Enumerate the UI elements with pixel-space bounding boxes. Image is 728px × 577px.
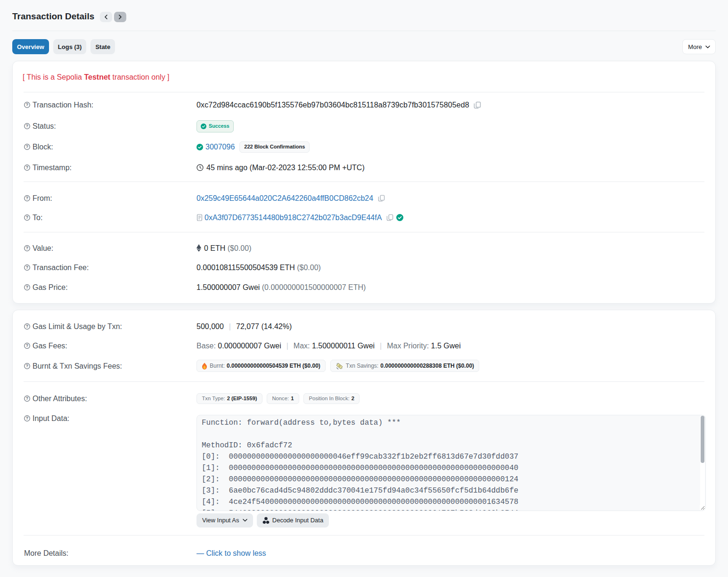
svg-text:?: ? <box>26 246 28 250</box>
svg-text:?: ? <box>26 265 28 270</box>
svg-text:?: ? <box>26 324 28 329</box>
svg-text:?: ? <box>26 165 28 170</box>
svg-text:?: ? <box>26 363 28 368</box>
svg-text:?: ? <box>26 215 28 220</box>
svg-text:?: ? <box>26 124 28 128</box>
svg-text:?: ? <box>26 416 28 420</box>
svg-text:?: ? <box>26 396 28 401</box>
svg-text:?: ? <box>26 343 28 348</box>
svg-text:?: ? <box>26 144 28 149</box>
svg-text:?: ? <box>26 102 28 107</box>
svg-text:?: ? <box>26 285 28 289</box>
svg-text:?: ? <box>26 196 28 200</box>
